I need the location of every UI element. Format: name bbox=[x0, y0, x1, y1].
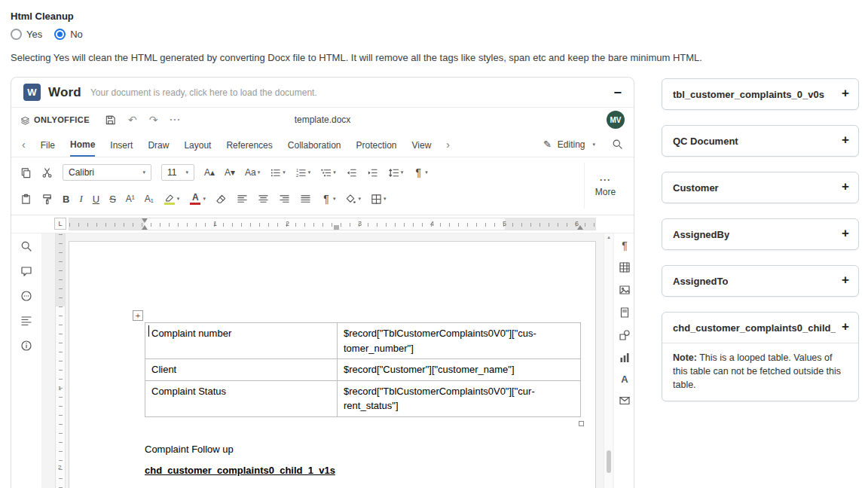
align-right-button[interactable] bbox=[279, 194, 290, 205]
decrease-indent-button[interactable] bbox=[346, 167, 357, 178]
paragraph-settings-button[interactable]: ¶ bbox=[622, 240, 628, 251]
tab-file[interactable]: File bbox=[41, 133, 55, 156]
copy-style-button[interactable] bbox=[41, 194, 53, 205]
card-header[interactable]: Customer bbox=[662, 172, 858, 203]
superscript-button[interactable]: A¹ bbox=[126, 194, 135, 204]
table-cell-value[interactable]: $record["TblCustomerComplaints0V0"]["cus… bbox=[338, 323, 581, 359]
copy-button[interactable] bbox=[20, 167, 32, 178]
headers-footers-settings-button[interactable] bbox=[619, 307, 631, 319]
font-name-select[interactable]: Calibri ▾ bbox=[63, 164, 151, 181]
topbar-more-icon[interactable]: ··· bbox=[170, 114, 181, 125]
save-icon[interactable] bbox=[105, 114, 116, 126]
mail-merge-settings-button[interactable] bbox=[619, 395, 631, 407]
strikeout-button[interactable]: S bbox=[109, 194, 116, 205]
table-settings-button[interactable] bbox=[619, 261, 631, 273]
document-title[interactable]: template.docx bbox=[295, 114, 351, 125]
card-header[interactable]: AssignedTo bbox=[662, 266, 858, 296]
minimize-button[interactable]: − bbox=[613, 86, 622, 99]
tabs-back-icon[interactable]: ‹ bbox=[22, 139, 26, 151]
decrease-font-button[interactable]: A▾ bbox=[225, 168, 235, 177]
card-header[interactable]: QC Document bbox=[662, 126, 858, 156]
radio-option-no[interactable]: No bbox=[54, 29, 83, 40]
underline-button[interactable]: U bbox=[93, 194, 99, 205]
card-header[interactable]: AssignedBy bbox=[662, 219, 858, 249]
line-spacing-button[interactable]: ▾ bbox=[388, 167, 404, 178]
tab-references[interactable]: References bbox=[226, 133, 272, 156]
table-column-marker[interactable] bbox=[334, 225, 339, 230]
expand-plus-icon[interactable]: + bbox=[842, 319, 849, 334]
user-avatar[interactable]: MV bbox=[607, 111, 625, 129]
increase-font-button[interactable]: A▴ bbox=[204, 168, 215, 177]
multilevel-list-button[interactable]: ▾ bbox=[320, 167, 336, 178]
table-cell-label[interactable]: Complaint number bbox=[145, 323, 338, 359]
image-settings-button[interactable] bbox=[619, 284, 631, 296]
horizontal-ruler[interactable]: 1 2 3 4 5 6 bbox=[69, 218, 596, 230]
bold-button[interactable]: B bbox=[63, 194, 69, 205]
card-header[interactable]: tbl_customer_complaints_0_v0s bbox=[662, 79, 858, 109]
bullet-list-button[interactable]: ▾ bbox=[270, 167, 286, 178]
tab-protection[interactable]: Protection bbox=[356, 133, 397, 156]
italic-button[interactable]: I bbox=[79, 193, 82, 205]
paragraph-marks-button[interactable]: ¶ ▾ bbox=[413, 167, 428, 178]
tab-stop-selector[interactable]: L bbox=[54, 218, 66, 230]
increase-indent-button[interactable] bbox=[367, 167, 378, 178]
scrollbar-thumb[interactable] bbox=[607, 450, 611, 473]
textart-settings-button[interactable]: A bbox=[621, 374, 628, 384]
clear-formatting-button[interactable] bbox=[215, 194, 227, 205]
undo-icon[interactable]: ↶ bbox=[128, 114, 137, 125]
document-ready-message[interactable]: Your document is ready, click here to lo… bbox=[90, 87, 317, 98]
borders-button[interactable]: ▾ bbox=[371, 194, 387, 205]
radio-no-icon[interactable] bbox=[54, 29, 66, 40]
tab-view[interactable]: View bbox=[412, 133, 432, 156]
table-cell-label[interactable]: Complaint Status bbox=[145, 380, 338, 416]
card-tbl-customer-complaints[interactable]: tbl_customer_complaints_0_v0s + bbox=[662, 78, 859, 110]
shape-settings-button[interactable] bbox=[619, 329, 631, 341]
align-center-button[interactable] bbox=[258, 194, 269, 205]
tab-collaboration[interactable]: Collaboration bbox=[288, 133, 341, 156]
document-paragraph[interactable]: Complaint Follow up bbox=[145, 444, 234, 455]
cut-button[interactable] bbox=[41, 167, 53, 178]
navigation-button[interactable] bbox=[20, 315, 32, 327]
card-header[interactable]: chd_customer_complaints0_child_1_v1s bbox=[662, 313, 858, 343]
vertical-ruler[interactable]: 1 2 bbox=[55, 233, 66, 488]
radio-yes-icon[interactable] bbox=[11, 29, 22, 40]
search-button[interactable] bbox=[612, 139, 623, 150]
table-cell-value[interactable]: $record["Customer"]["customer_name"] bbox=[338, 359, 581, 381]
redo-icon[interactable]: ↷ bbox=[149, 114, 158, 125]
expand-plus-icon[interactable]: + bbox=[842, 179, 849, 194]
align-justify-button[interactable] bbox=[300, 194, 311, 205]
table-cell-value[interactable]: $record["TblCustomerComplaints0V0"]["cur… bbox=[338, 380, 581, 416]
first-line-indent-marker[interactable] bbox=[142, 218, 148, 223]
highlight-color-button[interactable]: ▾ bbox=[164, 194, 180, 205]
shading-button[interactable]: ▾ bbox=[345, 194, 361, 205]
vertical-scrollbar[interactable]: ▴ bbox=[604, 233, 613, 488]
font-size-select[interactable]: 11 ▾ bbox=[161, 164, 194, 181]
find-button[interactable] bbox=[20, 240, 32, 252]
about-button[interactable] bbox=[20, 340, 32, 352]
table-move-handle[interactable]: + bbox=[133, 310, 143, 321]
tabs-forward-icon[interactable]: › bbox=[446, 139, 450, 151]
scroll-up-icon[interactable]: ▴ bbox=[604, 234, 613, 240]
numbered-list-button[interactable]: 1 2 ▾ bbox=[295, 167, 311, 178]
card-assignedto[interactable]: AssignedTo + bbox=[662, 265, 859, 297]
tab-home[interactable]: Home bbox=[70, 133, 95, 157]
chart-settings-button[interactable] bbox=[619, 352, 631, 364]
right-indent-marker[interactable] bbox=[577, 225, 583, 230]
expand-plus-icon[interactable]: + bbox=[842, 226, 849, 241]
expand-plus-icon[interactable]: + bbox=[842, 133, 849, 148]
card-customer[interactable]: Customer + bbox=[662, 172, 859, 203]
tab-draw[interactable]: Draw bbox=[148, 133, 169, 156]
document-page[interactable]: + Complaint number $record["TblCustomerC… bbox=[69, 241, 596, 488]
hanging-indent-marker[interactable] bbox=[142, 225, 148, 230]
subscript-button[interactable]: A₁ bbox=[145, 194, 154, 204]
tab-layout[interactable]: Layout bbox=[184, 133, 211, 156]
expand-plus-icon[interactable]: + bbox=[842, 273, 849, 288]
tab-insert[interactable]: Insert bbox=[110, 133, 133, 156]
font-color-button[interactable]: A ▾ bbox=[189, 193, 206, 205]
table-cell-label[interactable]: Client bbox=[145, 359, 338, 381]
table-resize-handle[interactable] bbox=[579, 421, 584, 426]
chat-button[interactable] bbox=[20, 290, 32, 302]
card-chd-customer-complaints-child[interactable]: chd_customer_complaints0_child_1_v1s + N… bbox=[662, 312, 859, 401]
comments-button[interactable] bbox=[20, 265, 32, 277]
paste-button[interactable] bbox=[20, 194, 32, 205]
